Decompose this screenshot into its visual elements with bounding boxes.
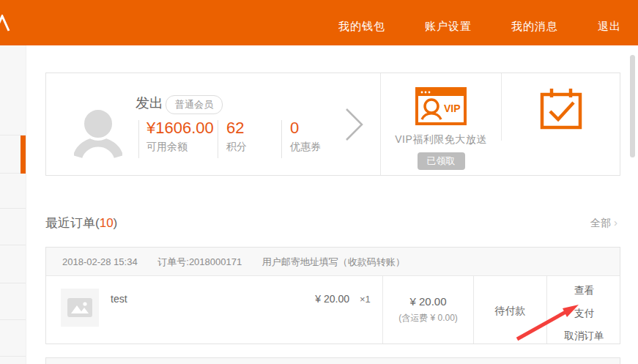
coupons-value: 0 (290, 119, 321, 138)
nav-my-messages[interactable]: 我的消息 (511, 20, 558, 34)
vip-promo[interactable]: VIP VIP福利限免大放送 已领取 (381, 73, 501, 175)
calendar-check-icon[interactable] (540, 87, 582, 133)
points-value: 62 (226, 119, 247, 138)
next-order-card (45, 357, 620, 364)
quantity: ×1 (360, 294, 371, 305)
balance-label: 可用余额 (146, 141, 220, 154)
member-level-badge: 普通会员 (166, 95, 223, 114)
sidebar-item[interactable] (0, 320, 26, 357)
screen: 我的钱包 账户设置 我的消息 退出 发出 普通会员 ¥1606.00 可用余额 (0, 0, 638, 364)
svg-text:VIP: VIP (444, 103, 461, 114)
order-datetime: 2018-02-28 15:34 (62, 256, 138, 267)
sidebar-item[interactable] (0, 245, 26, 283)
balance-value: ¥1606.00 (146, 119, 220, 138)
stat-balance: ¥1606.00 可用余额 (146, 119, 220, 154)
sidebar-item[interactable] (0, 45, 26, 135)
logo-icon (0, 15, 11, 32)
unit-price: ¥ 20.00 (288, 293, 349, 305)
shipping-note: (含运费 ¥ 0.00) (383, 312, 473, 324)
product-name[interactable]: test (111, 293, 127, 305)
order-note: 用户邮寄地址填写（收款码转账） (262, 256, 405, 267)
order-number: 订单号:2018000171 (157, 256, 242, 267)
divider (501, 73, 502, 141)
avatar-person-icon (74, 105, 122, 159)
divider (138, 120, 139, 158)
order-card-header: 2018-02-28 15:34 订单号:2018000171 用户邮寄地址填写… (46, 248, 620, 276)
cancel-order-link[interactable]: 取消订单 (547, 330, 621, 343)
status-column: 待付款 (474, 276, 546, 318)
order-card-body: test ¥ 20.00 ×1 ¥ 20.00 (含运费 ¥ 0.00) 待付款… (46, 276, 620, 343)
nav-logout[interactable]: 退出 (598, 20, 621, 34)
image-placeholder-icon (67, 298, 92, 317)
username: 发出 (136, 94, 163, 113)
points-label: 积分 (226, 141, 247, 154)
top-nav: 我的钱包 账户设置 我的消息 退出 (338, 0, 638, 45)
claimed-badge: 已领取 (418, 152, 465, 170)
sidebar-item[interactable] (0, 209, 26, 245)
chevron-right-icon: › (614, 216, 617, 229)
user-card: 发出 普通会员 ¥1606.00 可用余额 62 积分 0 优惠券 (45, 73, 620, 176)
view-all-link[interactable]: 全部› (590, 216, 617, 230)
order-status: 待付款 (474, 305, 546, 318)
nav-my-wallet[interactable]: 我的钱包 (338, 20, 385, 34)
orders-title: 最近订单(10) (45, 216, 117, 230)
sidebar-item[interactable] (0, 283, 26, 320)
divider (281, 120, 282, 158)
sidebar-active-indicator (21, 135, 26, 174)
scrollbar-thumb[interactable] (630, 55, 635, 157)
pay-order-link[interactable]: 支付 (547, 307, 621, 320)
view-order-link[interactable]: 查看 (547, 284, 621, 297)
sidebar (0, 45, 26, 364)
top-bar: 我的钱包 账户设置 我的消息 退出 (0, 0, 638, 45)
vip-promo-icon: VIP (415, 87, 467, 125)
total-column: ¥ 20.00 (含运费 ¥ 0.00) (383, 276, 473, 324)
nav-account-settings[interactable]: 账户设置 (425, 20, 472, 34)
coupons-label: 优惠券 (290, 141, 321, 154)
total-price: ¥ 20.00 (383, 295, 473, 308)
sidebar-item[interactable] (0, 174, 26, 209)
actions-column: 查看 支付 取消订单 (547, 276, 621, 343)
order-card: 2018-02-28 15:34 订单号:2018000171 用户邮寄地址填写… (45, 247, 620, 344)
product-thumbnail[interactable] (61, 289, 99, 327)
stat-coupons: 0 优惠券 (290, 119, 321, 154)
stat-points: 62 积分 (226, 119, 247, 154)
orders-header: 最近订单(10) 全部› (45, 215, 620, 231)
vip-promo-title: VIP福利限免大放送 (381, 133, 501, 146)
orders-count: 10 (100, 216, 114, 230)
chevron-right-icon[interactable] (344, 107, 364, 142)
